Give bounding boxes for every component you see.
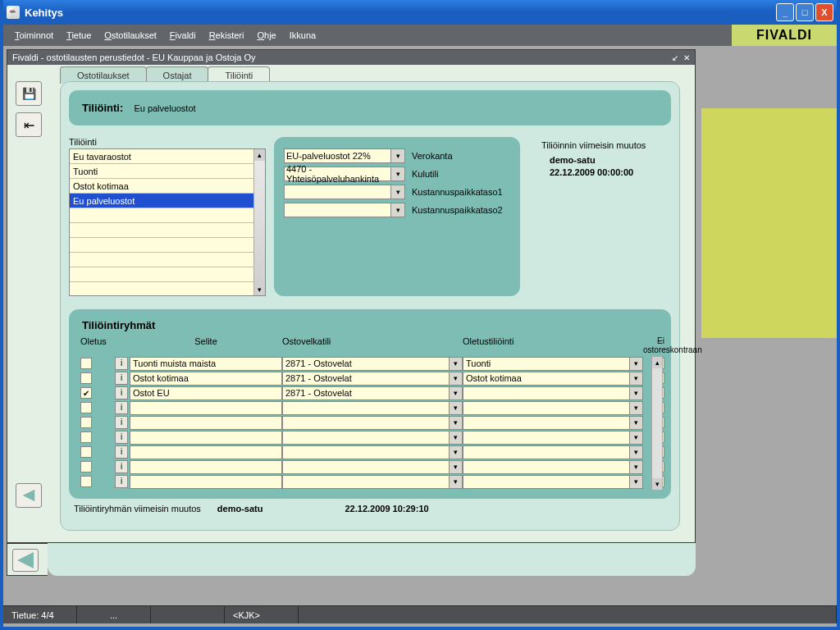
footer-timestamp: 22.12.2009 10:29:10 bbox=[345, 504, 428, 514]
menu-label: oiminnot bbox=[20, 30, 54, 40]
svg-marker-0 bbox=[17, 552, 34, 568]
list-item[interactable] bbox=[70, 223, 265, 238]
ostovelkatili-select[interactable] bbox=[282, 416, 463, 430]
window-controls: _ □ X bbox=[776, 3, 833, 21]
tilointi-listbox[interactable]: Eu tavaraostot Tuonti Ostot kotimaa Eu p… bbox=[69, 148, 266, 296]
save-button[interactable] bbox=[16, 81, 42, 106]
info-button[interactable]: i bbox=[115, 372, 128, 385]
oletus-checkbox[interactable] bbox=[80, 461, 92, 472]
info-button[interactable]: i bbox=[115, 475, 128, 488]
selite-cell[interactable] bbox=[130, 475, 282, 489]
ostovelkatili-select[interactable] bbox=[282, 401, 463, 415]
inner-window-title: Fivaldi - ostotilausten perustiedot - EU… bbox=[12, 52, 256, 62]
ostovelkatili-select[interactable] bbox=[282, 475, 463, 489]
list-item[interactable]: Eu tavaraostot bbox=[70, 149, 265, 164]
list-item[interactable]: Tuonti bbox=[70, 164, 265, 179]
selite-cell[interactable]: Ostot kotimaa bbox=[130, 372, 282, 386]
menu-rekisteri[interactable]: Rekisteri bbox=[203, 29, 251, 42]
list-item[interactable] bbox=[70, 282, 265, 296]
table-row: i bbox=[80, 459, 660, 474]
oletustiliointi-select[interactable] bbox=[463, 401, 643, 415]
oletustiliointi-select[interactable] bbox=[463, 460, 643, 474]
kp2-select[interactable] bbox=[284, 203, 405, 217]
hdr-oletustiliointi: Oletustiliöinti bbox=[463, 336, 643, 354]
verokanta-select[interactable]: EU-palveluostot 22% bbox=[284, 148, 405, 163]
tilointi-label: Tiliöinti bbox=[69, 137, 266, 147]
table-row: iOstot kotimaa2871 - OstovelatOstot koti… bbox=[80, 371, 660, 386]
oletustiliointi-select[interactable]: Tuonti bbox=[463, 357, 643, 371]
info-button[interactable]: i bbox=[115, 401, 128, 414]
list-item-selected[interactable]: Eu palveluostot bbox=[70, 194, 265, 208]
kulutili-select[interactable]: 4470 - Yhteisöpalveluhankinta bbox=[284, 167, 405, 181]
menu-toiminnot[interactable]: Toiminnot bbox=[8, 29, 60, 42]
info-col: Tiliöinnin viimeisin muutos demo-satu 22… bbox=[528, 137, 671, 296]
menu-ikkuna[interactable]: Ikkuna bbox=[283, 29, 322, 42]
list-item[interactable] bbox=[70, 253, 265, 267]
menu-ohje[interactable]: Ohje bbox=[250, 29, 282, 42]
selite-cell[interactable] bbox=[130, 431, 282, 445]
oletus-checkbox[interactable] bbox=[80, 476, 92, 487]
scrollbar[interactable]: ▴▾ bbox=[651, 356, 663, 491]
ostovelkatili-select[interactable] bbox=[282, 445, 463, 459]
oletus-checkbox[interactable] bbox=[80, 402, 92, 413]
selite-cell[interactable] bbox=[130, 416, 282, 430]
menu-tietue[interactable]: Tietue bbox=[60, 29, 98, 42]
oletus-checkbox[interactable] bbox=[80, 446, 92, 458]
list-item[interactable]: Ostot kotimaa bbox=[70, 179, 265, 194]
inner-close-icon[interactable]: ✕ bbox=[683, 53, 690, 62]
oletustiliointi-select[interactable] bbox=[463, 386, 643, 400]
brand-logo: FIVALDI bbox=[732, 25, 837, 46]
menubar: Toiminnot Tietue Ostotilaukset Fivaldi R… bbox=[3, 25, 837, 46]
status-dots: ... bbox=[77, 606, 151, 623]
oletus-checkbox[interactable] bbox=[80, 387, 92, 399]
selite-cell[interactable]: Tuonti muista maista bbox=[130, 357, 282, 371]
selite-cell[interactable] bbox=[130, 401, 282, 415]
info-button[interactable]: i bbox=[115, 386, 128, 399]
info-button[interactable]: i bbox=[115, 357, 128, 370]
groups-body: ▴▾ iTuonti muista maista2871 - Ostovelat… bbox=[80, 356, 660, 491]
info-button[interactable]: i bbox=[115, 416, 128, 429]
info-button[interactable]: i bbox=[115, 431, 128, 444]
kp1-select[interactable] bbox=[284, 185, 405, 199]
list-item[interactable] bbox=[70, 208, 265, 223]
oletustiliointi-select[interactable] bbox=[463, 445, 643, 459]
oletus-checkbox[interactable] bbox=[80, 431, 92, 443]
kulutili-label: Kulutili bbox=[412, 169, 510, 179]
maximize-button[interactable]: □ bbox=[796, 3, 814, 21]
oletustiliointi-select[interactable] bbox=[463, 416, 643, 430]
arrow-icon[interactable] bbox=[12, 549, 39, 572]
list-item[interactable] bbox=[70, 238, 265, 253]
groups-footer: Tiliöintiryhmän viimeisin muutos demo-sa… bbox=[69, 504, 671, 514]
titlebar: ☕ Kehitys _ □ X bbox=[3, 0, 837, 25]
info-timestamp: 22.12.2009 00:00:00 bbox=[541, 167, 671, 177]
close-button[interactable]: X bbox=[815, 3, 833, 21]
minimize-button[interactable]: _ bbox=[776, 3, 794, 21]
status-blank bbox=[151, 606, 225, 623]
oletus-checkbox[interactable] bbox=[80, 372, 92, 384]
ostovelkatili-select[interactable] bbox=[282, 431, 463, 445]
list-item[interactable] bbox=[70, 267, 265, 282]
oletustiliointi-select[interactable] bbox=[463, 431, 643, 445]
selite-cell[interactable]: Ostot EU bbox=[130, 386, 282, 400]
scrollbar[interactable]: ▴▾ bbox=[253, 149, 265, 295]
ostovelkatili-select[interactable]: 2871 - Ostovelat bbox=[282, 357, 463, 371]
menu-ostotilaukset[interactable]: Ostotilaukset bbox=[98, 29, 163, 42]
ostovelkatili-select[interactable] bbox=[282, 460, 463, 474]
inner-restore-icon[interactable]: ↙ bbox=[672, 53, 678, 62]
info-button[interactable]: i bbox=[115, 460, 128, 473]
selite-cell[interactable] bbox=[130, 445, 282, 459]
info-button[interactable]: i bbox=[115, 445, 128, 459]
selite-cell[interactable] bbox=[130, 460, 282, 474]
return-button[interactable] bbox=[16, 112, 42, 137]
menu-fivaldi[interactable]: Fivaldi bbox=[163, 29, 203, 42]
hdr-ostovelkatili: Ostovelkatili bbox=[282, 336, 463, 354]
oletus-checkbox[interactable] bbox=[80, 358, 92, 369]
oletustiliointi-select[interactable]: Ostot kotimaa bbox=[463, 372, 643, 386]
ostovelkatili-select[interactable]: 2871 - Ostovelat bbox=[282, 372, 463, 386]
arrow-button[interactable] bbox=[16, 483, 42, 508]
ostovelkatili-select[interactable]: 2871 - Ostovelat bbox=[282, 386, 463, 400]
kp1-label: Kustannuspaikkataso1 bbox=[412, 187, 510, 197]
hdr-selite: Selite bbox=[130, 336, 282, 354]
oletustiliointi-select[interactable] bbox=[463, 475, 643, 489]
oletus-checkbox[interactable] bbox=[80, 417, 92, 428]
